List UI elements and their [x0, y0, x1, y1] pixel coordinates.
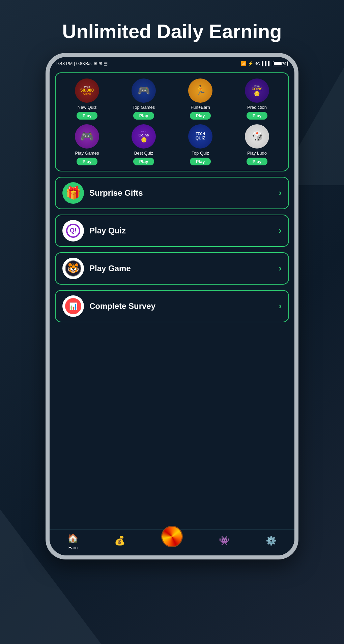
top-games-label: Top Games: [133, 105, 155, 110]
play-games-label: Play Games: [75, 151, 99, 156]
status-right: 📶 ⚡ 4G ▌▌▌ 79: [241, 61, 288, 66]
phone-frame: 9:48 PM | 0.8KB/s ✳ ⊞ ▤ 📶 ⚡ 4G ▌▌▌ 79: [46, 53, 298, 559]
game-item-top-games: 🎮 Top Games Play: [118, 78, 170, 120]
nav-item-money[interactable]: 💰: [114, 536, 125, 547]
nav-earn-label: Earn: [68, 545, 78, 550]
signal-bars: ▌▌▌: [262, 61, 271, 66]
best-quiz-icon: Win Coins 🪙: [132, 124, 156, 149]
play-games-icon: 🎮: [75, 124, 99, 149]
surprise-gifts-label: Surprise Gifts: [89, 188, 273, 198]
battery-indicator: 79: [273, 61, 288, 66]
surprise-gifts-item[interactable]: 🎁 Surprise Gifts ›: [55, 177, 289, 209]
surprise-gifts-arrow: ›: [279, 188, 282, 198]
nav-item-earn[interactable]: 🏠 Earn: [67, 533, 78, 550]
complete-survey-arrow: ›: [279, 301, 282, 311]
best-quiz-label: Best Quiz: [134, 151, 153, 156]
game-item-prediction: Earn COINS 🪙 Prediction Play: [231, 78, 283, 120]
nav-item-games[interactable]: 👾: [219, 536, 230, 547]
bottom-navigation: 🏠 Earn 💰 👾 ⚙️: [50, 529, 294, 555]
play-ludo-label: Play Ludo: [247, 151, 267, 156]
play-game-item[interactable]: 🐯 Play Game ›: [55, 252, 289, 285]
complete-survey-label: Complete Survey: [89, 301, 273, 311]
tiger-icon: 🐯: [65, 260, 81, 277]
money-icon: 💰: [114, 536, 125, 546]
prediction-label: Prediction: [247, 105, 267, 110]
fun-earn-label: Fun+Earn: [191, 105, 210, 110]
bluetooth-icon: ⚡: [248, 61, 253, 66]
games-grid: Prize 50,000 Coins New Quiz Play 🎮 Top G…: [55, 72, 289, 171]
play-quiz-label: Play Quiz: [89, 226, 273, 235]
new-quiz-icon: Prize 50,000 Coins: [75, 78, 99, 103]
home-icon: 🏠: [67, 533, 78, 544]
prediction-icon: Earn COINS 🪙: [245, 78, 269, 103]
settings-icon: ⚙️: [266, 536, 277, 546]
game-item-new-quiz: Prize 50,000 Coins New Quiz Play: [61, 78, 113, 120]
page-title: Unlimited Daily Earning: [49, 0, 295, 53]
game-item-play-ludo: 🎲 Play Ludo Play: [231, 124, 283, 165]
complete-survey-icon-bg: 📊: [62, 295, 84, 317]
prediction-play-button[interactable]: Play: [247, 112, 268, 120]
play-quiz-arrow: ›: [279, 225, 282, 236]
time-display: 9:48 PM | 0.8KB/s: [56, 61, 92, 66]
battery-level: 79: [282, 62, 286, 66]
status-left: 9:48 PM | 0.8KB/s ✳ ⊞ ▤: [56, 61, 108, 66]
spin-wheel[interactable]: [161, 526, 183, 547]
main-content: Prize 50,000 Coins New Quiz Play 🎮 Top G…: [50, 69, 294, 529]
gift-emoji: 🎁: [66, 186, 81, 200]
play-games-play-button[interactable]: Play: [77, 158, 98, 165]
games-nav-icon: 👾: [219, 536, 230, 546]
play-ludo-icon: 🎲: [245, 124, 269, 149]
complete-survey-item[interactable]: 📊 Complete Survey ›: [55, 290, 289, 322]
play-quiz-icon-bg: Q!: [62, 220, 84, 242]
top-quiz-play-button[interactable]: Play: [190, 158, 211, 165]
game-item-fun-earn: 🏃 Fun+Earn Play: [174, 78, 226, 120]
fun-earn-icon: 🏃: [188, 78, 212, 103]
phone-screen: 9:48 PM | 0.8KB/s ✳ ⊞ ▤ 📶 ⚡ 4G ▌▌▌ 79: [50, 57, 294, 555]
game-item-play-games: 🎮 Play Games Play: [61, 124, 113, 165]
play-game-icon-bg: 🐯: [62, 258, 84, 279]
top-games-icon: 🎮: [132, 78, 156, 103]
fun-earn-play-button[interactable]: Play: [190, 112, 211, 120]
surprise-gifts-icon: 🎁: [62, 182, 84, 204]
play-quiz-item[interactable]: Q! Play Quiz ›: [55, 215, 289, 247]
survey-icon: 📊: [65, 298, 81, 314]
status-icons: ✳ ⊞ ▤: [94, 61, 108, 66]
best-quiz-play-button[interactable]: Play: [133, 158, 154, 165]
game-item-top-quiz: TECH QUIZ Top Quiz Play: [174, 124, 226, 165]
play-quiz-icon: Q!: [66, 224, 80, 238]
game-item-best-quiz: Win Coins 🪙 Best Quiz Play: [118, 124, 170, 165]
top-games-play-button[interactable]: Play: [133, 112, 154, 120]
top-quiz-label: Top Quiz: [192, 151, 209, 156]
top-quiz-icon: TECH QUIZ: [188, 124, 212, 149]
status-bar: 9:48 PM | 0.8KB/s ✳ ⊞ ▤ 📶 ⚡ 4G ▌▌▌ 79: [50, 57, 294, 69]
new-quiz-play-button[interactable]: Play: [77, 112, 98, 120]
wifi-icon: 📶: [241, 61, 246, 66]
signal-icon: 4G: [255, 62, 260, 66]
play-ludo-play-button[interactable]: Play: [247, 158, 268, 165]
nav-item-settings[interactable]: ⚙️: [266, 536, 277, 547]
new-quiz-label: New Quiz: [78, 105, 96, 110]
play-game-arrow: ›: [279, 263, 282, 273]
play-game-label: Play Game: [89, 264, 273, 273]
